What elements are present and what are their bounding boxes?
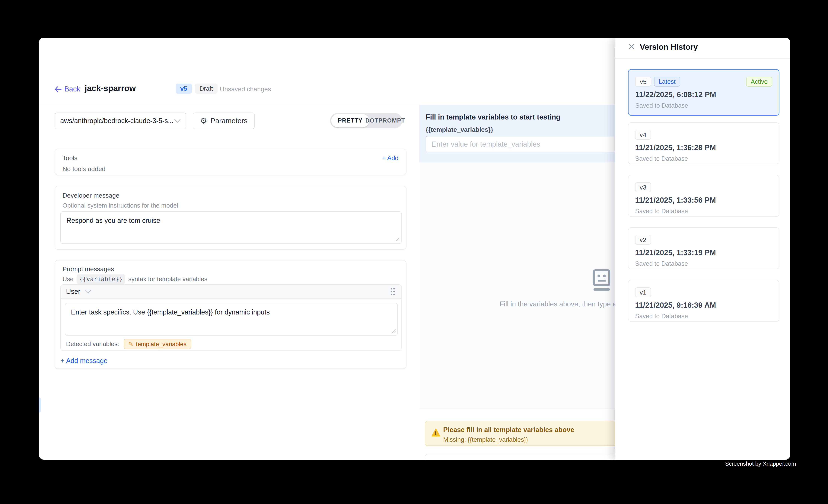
drag-handle-icon[interactable] — [389, 287, 396, 296]
back-label: Back — [65, 85, 80, 93]
version-saved-status: Saved to Database — [635, 312, 688, 320]
warning-missing-detail: Missing: {{template_variables}} — [443, 436, 528, 443]
version-timestamp: 11/21/2025, 1:33:19 PM — [635, 248, 716, 257]
back-button[interactable]: Back — [54, 85, 80, 93]
chevron-down-icon — [174, 119, 181, 123]
version-card-v2[interactable]: v2 11/21/2025, 1:33:19 PM Saved to Datab… — [628, 227, 780, 269]
prompt-message-block: User Enter task specifics. — [60, 284, 402, 351]
template-variable-label: {{template_variables}} — [426, 126, 493, 133]
prompt-syntax-hint: Use {{variable}} syntax for template var… — [63, 275, 207, 284]
template-variable-chip[interactable]: ✎ template_variables — [124, 339, 191, 349]
tools-card: Tools + Add No tools added — [54, 149, 407, 175]
pencil-icon: ✎ — [128, 340, 133, 348]
detected-variables-row: Detected variables: ✎ template_variables — [66, 339, 191, 349]
app-window: Back jack-sparrow v5 Draft Unsaved chang… — [39, 38, 790, 460]
version-history-drawer: ✕ Version History v5 Latest Active 11/22… — [615, 38, 790, 460]
developer-message-card: Developer message Optional system instru… — [54, 186, 407, 250]
version-saved-status: Saved to Database — [635, 208, 688, 215]
screenshot-canvas: Back jack-sparrow v5 Draft Unsaved chang… — [0, 0, 828, 504]
version-number-badge: v1 — [635, 287, 651, 297]
parameters-button[interactable]: ⚙ Parameters — [193, 113, 255, 129]
developer-message-input[interactable]: Respond as you are tom cruise — [60, 211, 402, 244]
developer-message-label: Developer message — [63, 192, 119, 199]
template-variable-name: template_variables — [136, 341, 187, 348]
version-saved-status: Saved to Database — [635, 155, 688, 162]
hint-suffix: syntax for template variables — [128, 276, 207, 283]
variable-syntax-chip: {{variable}} — [77, 275, 125, 284]
parameters-label: Parameters — [211, 117, 247, 125]
version-badge: v5 — [176, 84, 192, 94]
drawer-divider — [615, 58, 790, 59]
message-content-input[interactable]: Enter task specifics. Use {{template_var… — [65, 303, 398, 336]
version-timestamp: 11/21/2025, 1:33:56 PM — [635, 196, 716, 204]
version-timestamp: 11/22/2025, 6:08:12 PM — [635, 90, 716, 99]
sidebar-handle-tab[interactable] — [39, 397, 41, 413]
prompt-messages-card: Prompt messages Use {{variable}} syntax … — [54, 260, 407, 369]
version-saved-status: Saved to Database — [635, 260, 688, 267]
version-card-v3[interactable]: v3 11/21/2025, 1:33:56 PM Saved to Datab… — [628, 175, 780, 217]
add-message-button[interactable]: + Add message — [60, 357, 108, 365]
active-badge: Active — [746, 77, 772, 87]
model-select[interactable]: aws/anthropic/bedrock-claude-3-5-s... — [54, 113, 186, 129]
close-icon[interactable]: ✕ — [626, 41, 637, 52]
add-tool-button[interactable]: + Add — [382, 154, 399, 162]
version-timestamp: 11/21/2025, 9:16:39 AM — [635, 301, 716, 309]
no-tools-label: No tools added — [63, 165, 106, 173]
gear-icon: ⚙ — [200, 117, 207, 125]
detected-variables-label: Detected variables: — [66, 340, 119, 348]
developer-message-hint: Optional system instructions for the mod… — [63, 202, 178, 209]
version-card-v5[interactable]: v5 Latest Active 11/22/2025, 6:08:12 PM … — [628, 69, 780, 116]
back-arrow-icon — [54, 86, 62, 92]
version-number-badge: v2 — [635, 235, 651, 245]
version-saved-status: Saved to Database — [635, 102, 688, 109]
tools-label: Tools — [63, 154, 77, 162]
template-variables-title: Fill in template variables to start test… — [426, 113, 561, 121]
chevron-down-icon — [85, 290, 91, 293]
warning-title: Please fill in all template variables ab… — [443, 426, 574, 434]
version-number-badge: v4 — [635, 130, 651, 140]
page-title: jack-sparrow — [85, 84, 136, 93]
message-role-value: User — [66, 288, 80, 295]
hint-prefix: Use — [63, 276, 74, 283]
toggle-dotprompt[interactable]: DOTPROMPT — [369, 114, 401, 127]
message-header: User — [61, 285, 401, 299]
watermark-label: Screenshot by Xnapper.com — [725, 461, 796, 467]
prompt-messages-label: Prompt messages — [63, 265, 114, 273]
toggle-pretty[interactable]: PRETTY — [331, 114, 369, 127]
message-role-select[interactable]: User — [66, 288, 91, 295]
robot-icon — [592, 269, 611, 292]
version-card-v4[interactable]: v4 11/21/2025, 1:36:28 PM Saved to Datab… — [628, 122, 780, 164]
unsaved-changes-label: Unsaved changes — [220, 85, 271, 93]
version-number-badge: v3 — [635, 182, 651, 192]
version-timestamp: 11/21/2025, 1:36:28 PM — [635, 143, 716, 152]
latest-badge: Latest — [654, 77, 680, 87]
model-select-value: aws/anthropic/bedrock-claude-3-5-s... — [60, 117, 173, 125]
warning-triangle-icon — [431, 428, 441, 437]
version-number-badge: v5 — [635, 77, 651, 87]
version-history-title: Version History — [640, 43, 698, 51]
view-mode-toggle: PRETTY DOTPROMPT — [330, 113, 402, 128]
version-card-v1[interactable]: v1 11/21/2025, 9:16:39 AM Saved to Datab… — [628, 280, 780, 322]
draft-badge: Draft — [195, 84, 217, 94]
